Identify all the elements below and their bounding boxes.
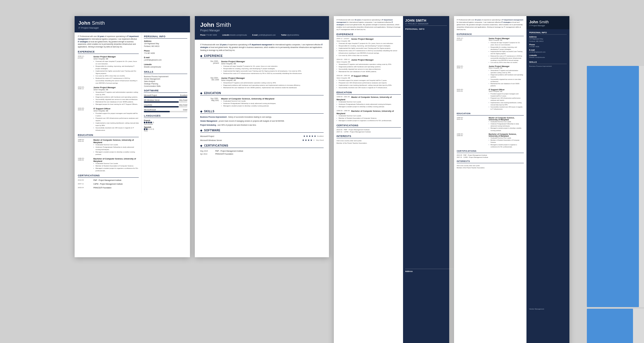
resume2-exp-1: Dec 2006 -present Senior Project Manager… — [200, 60, 324, 75]
resume4-name: John Smith — [529, 20, 567, 24]
resume4-exp-1: 2005-12 -present Senior Project Manager … — [457, 38, 524, 64]
resume1-edu-1: 1999-09 -2001-05 Master of Computer Scie… — [78, 139, 139, 156]
resume1-cert-3: 2003-04 PRINCE2® Foundation — [78, 187, 139, 189]
resume4-exp-3: 2002-08 -2004-09 IT Support Officer Seto… — [457, 89, 524, 110]
zety-logo: zety — [600, 320, 623, 335]
resume3-intro: IT Professional with over 10 years of ex… — [336, 19, 401, 31]
resume1-phone: Phone 774-987-4009 — [144, 50, 187, 55]
resume-4: IT Professional with over 10 years of ex… — [454, 16, 569, 343]
resume3-body: IT Professional with over 10 years of ex… — [334, 16, 449, 343]
resume2-software-label: SOFTWARE — [200, 129, 324, 133]
resume2-intro: IT Professional with over 10 years of ex… — [200, 43, 324, 52]
resume1-personal-label: Personal Info — [144, 35, 187, 39]
resume3-exp-label: Experience — [336, 33, 401, 36]
resume2-sw-1: Microsoft Project ★ ★ ★ ★ ★ Excellent — [200, 135, 324, 137]
resume3-sidebar: John Smith IT Project Manager Personal I… — [403, 16, 449, 343]
resume3-exp-3: 2002-08 - 2004-09 IT Support Officer Set… — [336, 75, 401, 89]
resume3-cert-label: Certifications — [336, 124, 401, 128]
resume1-sidebar: Personal Info Address 134 Rightward WayP… — [141, 32, 190, 193]
resume1-software-label: Software — [144, 89, 187, 93]
resume4-exp-2: 2004-09 -2006-12 Junior Project Manager … — [457, 65, 524, 87]
resume1-linkedin: LinkedIn linkedin.com/johnsutw — [144, 64, 187, 68]
resume4-sidebar: John Smith IT Project Manager Personal I… — [526, 16, 569, 343]
resume1-title: IT Project Manager — [78, 27, 186, 29]
resume4-edu-label: Education — [457, 112, 524, 115]
resume2-header: John Smith Project Manager Phone 774-987… — [195, 16, 329, 40]
resume2-exp-label: EXPERIENCE — [200, 54, 324, 58]
resume4-edu-1: 1999-09 -2001-05 Master of Computer Scie… — [457, 117, 524, 132]
resume2-skills-label: SKILLS — [200, 110, 324, 114]
resume1-name: John Smith — [78, 20, 186, 26]
resume3-exp-1: 2005-12 - present Senior Project Manager… — [336, 38, 401, 57]
resume-2: John Smith Project Manager Phone 774-987… — [195, 16, 329, 257]
resume4-edu-2: 1996-09 -1999-06 Bachelor of Computer Sc… — [457, 133, 524, 148]
resume-3: IT Professional with over 10 years of ex… — [334, 16, 449, 343]
resume3-edu-label: Education — [336, 91, 401, 95]
resume2-title: Project Manager — [200, 29, 324, 32]
resume1-edu-label: Education — [78, 134, 139, 137]
resume3-edu-1: 1999-09 - 2001-05 Master of Computer Sci… — [336, 96, 401, 108]
resume1-exp-1: 2006-12 -present Senior Project Manager … — [78, 55, 139, 84]
resume2-body: IT Professional with over 10 years of ex… — [195, 40, 329, 160]
resume1-edu-2: 1996-09 -1999-06 Bachelor of Computer Sc… — [78, 158, 139, 172]
resume-1: John Smith IT Project Manager IT Profess… — [75, 16, 190, 257]
resume1-lang-label: Languages — [144, 114, 187, 118]
resume1-cert-2: 2007-11 CAPM - Project Management Instit… — [78, 183, 139, 185]
resume1-sw-3: Linux/UnixVery Good — [144, 104, 187, 107]
resume4-cert-label: Certifications — [457, 150, 524, 153]
resume4-sidebar-body: Personal Info Address 134 Rightward WayP… — [526, 29, 569, 343]
resume3-edu-2: 1996-09 - 1999-06 Bachelor of Computer S… — [336, 110, 401, 122]
resume2-cert-1: May 2015 PMP - Project Management Instit… — [200, 150, 324, 152]
resume2-name: John Smith — [200, 21, 324, 28]
resumes-container: John Smith IT Project Manager IT Profess… — [0, 0, 644, 343]
resume1-lang-1: French Intermediate — [144, 120, 187, 125]
resume4-title: IT Project Manager — [529, 25, 567, 27]
resume1-exp-label: Experience — [78, 50, 139, 54]
resume1-lang-2: Spanish Basic — [144, 126, 187, 132]
resume1-cert-label: Certifications — [78, 174, 139, 178]
resume2-cert-label: CERTIFICATIONS — [200, 144, 324, 148]
resume1-sw-1: Microsoft ProjectExcellent — [144, 94, 187, 98]
resume4-interests-label: Interests — [457, 160, 524, 163]
resume3-exp-2: 2004-09 - 2006-12 Junior Project Manager… — [336, 59, 401, 73]
resume1-exp-3: 2002-08 -2004-09 IT Support Officer Seto… — [78, 107, 139, 132]
resume4-personal-label: Personal Info — [529, 31, 567, 35]
resume1-sw-4: Microsoft ExcelGood — [144, 109, 187, 112]
resume4-exp-label: Experience — [457, 33, 524, 36]
resume2-contacts: Phone 774-987-4009 LinkedIn linkedin.com… — [200, 34, 324, 36]
resume2-exp-2: Sep 2004 -Dec 2006 Junior Project Manage… — [200, 77, 324, 89]
resume1-header: John Smith IT Project Manager — [75, 16, 190, 32]
resume1-body: IT Professional with over 10 years of ex… — [75, 32, 190, 193]
resume1-sw-2: MS Windows ServerVery Good — [144, 99, 187, 103]
resume2-edu-label: EDUCATION — [200, 92, 324, 95]
resume1-cert-1: 2010-05 PMP - Project Management Institu… — [78, 179, 139, 181]
resume3-name: John Smith IT Project Manager — [405, 19, 447, 26]
resume4-skills-label: Skills — [529, 61, 567, 64]
resume1-intro: IT Professional with over 10 years of ex… — [78, 35, 139, 48]
resume1-skills-label: Skills — [144, 70, 187, 74]
resume1-email: E-mail j.smith@uptowork.com — [144, 57, 187, 61]
resume4-header: John Smith IT Project Manager — [526, 16, 569, 29]
resume2-edu-1: Sep 1996 -May 2001 Master of Computer Sc… — [200, 98, 324, 107]
resume4-intro: IT Professional with over 10 years of ex… — [457, 19, 524, 31]
resume2-cert-2: Apr 2014 PRINCE2® Foundation — [200, 153, 324, 155]
resume1-exp-2: 2004-09 -2006-12 Junior Project Manager … — [78, 86, 139, 106]
resume3-main: IT Professional with over 10 years of ex… — [334, 16, 403, 343]
resume3-interests-label: Interests — [336, 135, 401, 138]
resume2-sw-2: Microsoft Windows Server ★ ★ ★ ★ ★ Very … — [200, 139, 324, 141]
resume1-address: Address 134 Rightward WayPortland, ME 04… — [144, 40, 187, 48]
resume4-main: IT Professional with over 10 years of ex… — [454, 16, 526, 343]
resume1-main: IT Professional with over 10 years of ex… — [75, 32, 141, 193]
